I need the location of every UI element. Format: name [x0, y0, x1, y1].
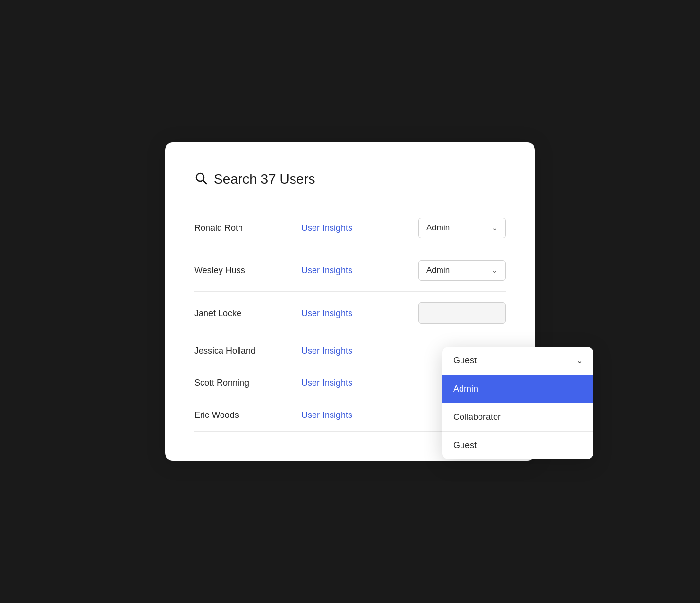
role-value: Admin: [426, 265, 450, 275]
table-row: Janet Locke User Insights: [194, 292, 506, 335]
dropdown-option-collaborator[interactable]: Collaborator: [442, 403, 593, 432]
user-insights-link[interactable]: User Insights: [301, 265, 418, 276]
search-icon: [194, 171, 208, 187]
user-name: Jessica Holland: [194, 346, 301, 356]
user-name: Scott Ronning: [194, 378, 301, 388]
svg-point-0: [196, 173, 204, 181]
chevron-down-icon: ⌄: [492, 266, 497, 274]
role-select[interactable]: Admin ⌄: [418, 260, 506, 281]
search-header: Search 37 Users: [194, 171, 506, 187]
role-select[interactable]: Admin ⌄: [418, 218, 506, 238]
user-name: Ronald Roth: [194, 223, 301, 233]
table-row: Wesley Huss User Insights Admin ⌄: [194, 249, 506, 292]
user-insights-link[interactable]: User Insights: [301, 308, 418, 319]
role-select-placeholder: [418, 302, 506, 324]
user-name: Wesley Huss: [194, 265, 301, 276]
main-card: Search 37 Users Ronald Roth User Insight…: [165, 142, 535, 461]
role-dropdown: Guest ⌄ Admin Collaborator Guest: [442, 347, 593, 459]
chevron-down-icon: ⌄: [576, 356, 583, 365]
dropdown-option-guest[interactable]: Guest: [442, 432, 593, 459]
dropdown-current-value: Guest: [453, 356, 477, 366]
user-name: Eric Woods: [194, 410, 301, 420]
user-insights-link[interactable]: User Insights: [301, 223, 418, 233]
role-value: Admin: [426, 223, 450, 233]
svg-line-1: [203, 181, 207, 184]
chevron-down-icon: ⌄: [492, 224, 497, 232]
user-name: Janet Locke: [194, 308, 301, 319]
dropdown-header[interactable]: Guest ⌄: [442, 347, 593, 375]
table-row: Ronald Roth User Insights Admin ⌄: [194, 207, 506, 249]
dropdown-option-admin[interactable]: Admin: [442, 375, 593, 403]
search-title: Search 37 Users: [214, 171, 315, 187]
